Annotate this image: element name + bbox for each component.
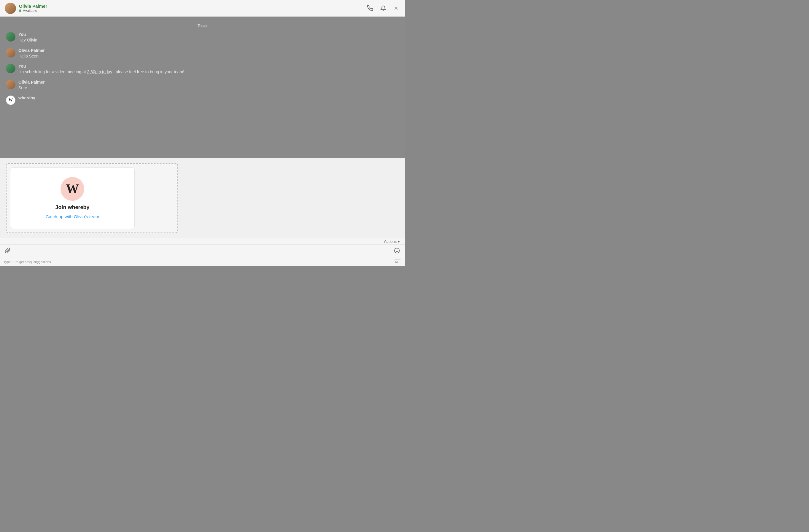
chat-window: Olivia Palmer Available: [0, 0, 404, 266]
message-group: You I'm scheduling for a video meeting a…: [6, 64, 399, 75]
emoji-button[interactable]: [393, 246, 401, 256]
time-mention: 2:30pm today: [87, 69, 112, 74]
hint-text: Type ":" to get emoji suggestions: [3, 260, 51, 264]
sender-name: whereby: [18, 95, 35, 100]
message-sender-row: Olivia Palmer Sure: [6, 80, 399, 91]
chat-header: Olivia Palmer Available: [0, 0, 404, 17]
actions-row: Actions ▾: [0, 238, 404, 244]
whereby-card-title: Join whereby: [55, 204, 89, 211]
input-row: [0, 244, 404, 258]
sender-name: Olivia Palmer: [18, 80, 45, 85]
message-content: whereby: [18, 95, 35, 101]
call-icon: [367, 5, 373, 11]
whereby-logo-letter: W: [66, 182, 79, 195]
message-group: You Hey Olivia: [6, 32, 399, 43]
avatar-whereby: W: [6, 95, 15, 105]
paperclip-icon: [5, 248, 11, 253]
svg-point-2: [395, 248, 400, 253]
header-actions: [366, 4, 400, 13]
emoji-icon: [394, 248, 400, 253]
message-group: Olivia Palmer Sure: [6, 80, 399, 91]
avatar-you: [6, 64, 15, 73]
actions-label: Actions: [384, 239, 397, 244]
whereby-card-container: W Join whereby Catch up with Olivia's te…: [6, 163, 178, 233]
whereby-logo-circle: W: [61, 177, 84, 201]
message-text: Hey Olivia: [18, 37, 37, 43]
messages-area: Today You Hey Olivia Olivia Palmer Hello…: [0, 17, 404, 158]
attach-button[interactable]: [3, 246, 12, 256]
message-group: W whereby: [6, 95, 399, 105]
contact-status-text: Available: [23, 8, 37, 13]
message-sender-row: You Hey Olivia: [6, 32, 399, 43]
avatar-you: [6, 32, 15, 41]
close-button[interactable]: [392, 4, 400, 12]
message-content: Olivia Palmer Hello Scott: [18, 48, 45, 59]
avatar-olivia: [6, 80, 15, 89]
contact-avatar-img: [5, 3, 16, 14]
avatar-olivia: [6, 48, 15, 57]
whereby-card: W Join whereby Catch up with Olivia's te…: [10, 167, 135, 229]
status-online-dot: [19, 10, 21, 12]
message-input[interactable]: [14, 247, 391, 255]
sender-name: Olivia Palmer: [18, 48, 45, 53]
contact-name: Olivia Palmer: [19, 3, 47, 8]
whereby-card-area: W Join whereby Catch up with Olivia's te…: [0, 158, 404, 238]
whereby-card-link[interactable]: Catch up with Olivia's team: [46, 214, 99, 219]
message-group: Olivia Palmer Hello Scott: [6, 48, 399, 59]
header-info: Olivia Palmer Available: [19, 3, 47, 13]
header-left: Olivia Palmer Available: [5, 3, 47, 14]
message-text: Sure: [18, 85, 45, 91]
sender-name: You: [18, 64, 184, 69]
message-content: You Hey Olivia: [18, 32, 37, 43]
actions-chevron-icon: ▾: [398, 239, 400, 244]
date-divider: Today: [6, 24, 399, 28]
whereby-avatar-letter: W: [8, 98, 13, 103]
contact-status-row: Available: [19, 8, 47, 13]
bell-icon: [380, 5, 386, 11]
notifications-button[interactable]: [379, 4, 388, 13]
call-button[interactable]: [366, 4, 374, 13]
message-sender-row: Olivia Palmer Hello Scott: [6, 48, 399, 59]
bottom-toolbar: Actions ▾ Type ":" to get emoji s: [0, 238, 404, 266]
markdown-badge: M↓: [394, 260, 401, 264]
close-icon: [393, 6, 399, 11]
hint-row: Type ":" to get emoji suggestions M↓: [0, 258, 404, 266]
message-content: You I'm scheduling for a video meeting a…: [18, 64, 184, 75]
message-text: Hello Scott: [18, 53, 45, 59]
message-text: I'm scheduling for a video meeting at 2:…: [18, 69, 184, 75]
message-sender-row: You I'm scheduling for a video meeting a…: [6, 64, 399, 75]
sender-name: You: [18, 32, 37, 37]
contact-avatar: [5, 3, 16, 14]
message-sender-row: W whereby: [6, 95, 399, 105]
message-content: Olivia Palmer Sure: [18, 80, 45, 91]
actions-button[interactable]: Actions ▾: [384, 239, 400, 244]
